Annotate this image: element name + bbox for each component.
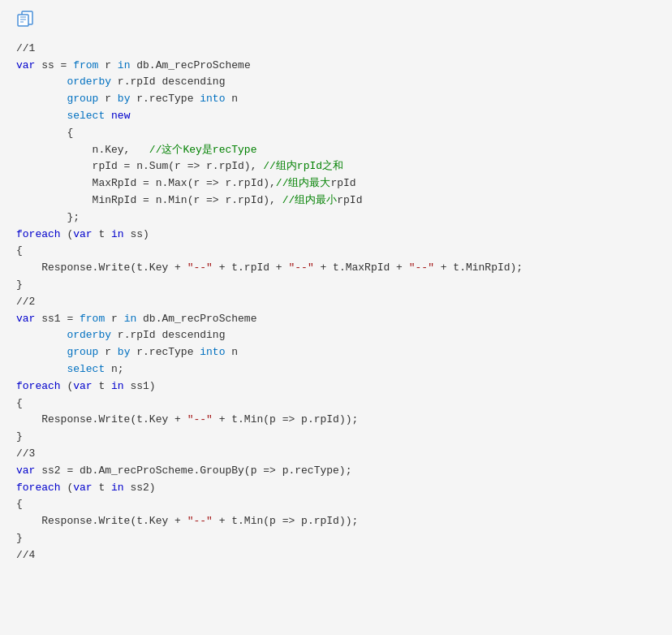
code-line: foreach (var t in ss1) (16, 378, 662, 395)
code-line: select new (16, 108, 662, 125)
code-line: MinRpId = n.Min(r => r.rpId), //组内最小rpId (16, 192, 662, 210)
code-line: foreach (var t in ss) (16, 227, 662, 244)
code-line: group r by r.recType into n (16, 344, 662, 361)
code-line: { (16, 243, 662, 260)
code-line: //2 (16, 294, 662, 311)
copy-icon[interactable] (16, 10, 34, 28)
code-line: } (16, 530, 662, 547)
code-line: } (16, 429, 662, 446)
code-line: MaxRpId = n.Max(r => r.rpId),//组内最大rpId (16, 175, 662, 192)
code-area: //1var ss = from r in db.Am_recProScheme… (10, 41, 672, 574)
code-line: { (16, 395, 662, 413)
code-line: var ss = from r in db.Am_recProScheme (16, 58, 662, 75)
code-line: select n; (16, 361, 662, 378)
code-line: Response.Write(t.Key + "--" + t.rpId + "… (16, 260, 662, 277)
code-line: var ss1 = from r in db.Am_recProScheme (16, 311, 662, 328)
code-line: group r by r.recType into n (16, 91, 662, 108)
code-line: orderby r.rpId descending (16, 74, 662, 91)
code-line: //3 (16, 446, 662, 463)
code-line: { (16, 496, 662, 513)
svg-rect-1 (18, 15, 28, 26)
code-line: orderby r.rpId descending (16, 327, 662, 344)
code-line: Response.Write(t.Key + "--" + t.Min(p =>… (16, 412, 662, 429)
code-line: Response.Write(t.Key + "--" + t.Min(p =>… (16, 513, 662, 530)
code-line: } (16, 277, 662, 294)
code-line: n.Key, //这个Key是recType (16, 142, 662, 159)
code-line: //1 (16, 41, 662, 58)
code-line: rpId = n.Sum(r => r.rpId), //组内rpId之和 (16, 158, 662, 175)
code-line: //4 (16, 547, 662, 564)
code-line: foreach (var t in ss2) (16, 480, 662, 497)
code-line: var ss2 = db.Am_recProScheme.GroupBy(p =… (16, 463, 662, 480)
editor-container: //1var ss = from r in db.Am_recProScheme… (0, 0, 672, 635)
toolbar (10, 6, 672, 41)
code-line: }; (16, 210, 662, 227)
code-line: { (16, 125, 662, 142)
